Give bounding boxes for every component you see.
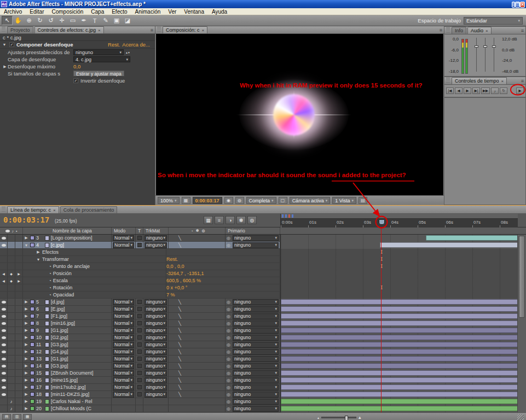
blur-max-value[interactable]: 0,0 (73, 63, 80, 69)
timeline-layer-row[interactable]: ♪▶19[Carlos Nakai - Rel◎ninguno▾ (0, 398, 526, 405)
timeline-property-row[interactable]: ▶EfectosI (0, 249, 526, 256)
layer-color-swatch[interactable] (30, 342, 34, 347)
mode-dropdown[interactable]: Normal▾ (113, 313, 134, 319)
layer-duration-bar[interactable] (281, 363, 517, 369)
eye-icon[interactable] (2, 358, 6, 360)
pickwhip-icon[interactable]: ◎ (227, 342, 230, 347)
layer-name-cell[interactable]: ▶7[F1.jpg] (23, 313, 112, 319)
gutter-cell[interactable] (0, 242, 8, 248)
mode-dropdown[interactable]: Normal▾ (113, 377, 134, 383)
mode-dropdown[interactable]: Normal▾ (113, 320, 134, 326)
quality-icon[interactable]: ╲ (178, 349, 181, 354)
mode-dropdown[interactable]: Normal▾ (113, 356, 134, 362)
expander-icon[interactable]: ▶ (24, 321, 28, 325)
expander-icon[interactable]: ▶ (24, 364, 28, 368)
trkmat-dropdown[interactable]: ninguno▾ (144, 392, 167, 398)
current-time-indicator[interactable] (379, 219, 385, 225)
gutter-cell[interactable] (0, 391, 8, 398)
gutter-cell[interactable] (0, 398, 8, 405)
menu-ayuda[interactable]: Ayuda (208, 8, 231, 15)
graph-cell[interactable]: I (280, 256, 517, 263)
gutter-cell[interactable]: ▶ (15, 277, 23, 284)
ram-preview-button[interactable]: ▶ (516, 88, 524, 94)
layer-duration-bar[interactable] (426, 235, 517, 241)
trkmat-dropdown[interactable]: ninguno▾ (144, 313, 167, 319)
layer-name-cell[interactable]: ▶12[G4.jpg] (23, 348, 112, 355)
layer-name[interactable]: [c.jpg] (51, 242, 64, 248)
tab-info[interactable]: Info (452, 27, 466, 34)
eye-icon[interactable] (2, 308, 6, 311)
layer-name[interactable]: [G3.jpg] (51, 363, 68, 369)
layer-duration-bar[interactable] (281, 399, 517, 404)
layer-name[interactable]: [Logo composition] (51, 235, 93, 241)
trkmat-dropdown[interactable]: ninguno▾ (144, 306, 167, 312)
gutter-cell[interactable] (15, 242, 23, 248)
gutter-cell[interactable] (15, 398, 23, 405)
column-name[interactable]: Nombre de la capa (23, 228, 112, 234)
layer-name-cell[interactable]: ▶11[G3.jpg] (23, 341, 112, 348)
property-value[interactable]: 0,0 , 0,0 (166, 264, 184, 269)
gutter-cell[interactable] (0, 320, 8, 326)
timeline-property-row[interactable]: ▼TransformarRest.I (0, 256, 526, 263)
property-value[interactable]: -3264,7 , -1351,1 (166, 271, 204, 276)
layer-name[interactable]: [Carlos Nakai - Rel (51, 399, 93, 404)
grid-guides-icon[interactable]: ▦ (182, 197, 190, 204)
layer-name-cell[interactable]: ▶14[G3.jpg] (23, 363, 112, 369)
quality-icon[interactable]: ╲ (178, 357, 181, 361)
pickwhip-icon[interactable]: ◎ (227, 371, 230, 376)
graph-cell[interactable] (280, 299, 517, 306)
trkmat-dropdown[interactable]: ninguno▾ (144, 377, 167, 383)
add-keyframe-icon[interactable]: ◆ (10, 279, 13, 283)
timeline-zoom-control[interactable]: ▴ ▴ (317, 415, 361, 420)
layer-name[interactable]: [E.jpg] (51, 306, 65, 312)
property-label-cell[interactable]: ◔Escala (23, 277, 166, 284)
trkmat-dropdown[interactable]: ninguno▾ (144, 242, 167, 248)
stopwatch-icon[interactable]: ◔ (49, 285, 51, 290)
layer-duration-bar[interactable] (281, 356, 517, 361)
gutter-cell[interactable] (15, 341, 23, 348)
effect-reset-link[interactable]: Rest. (108, 42, 120, 48)
chevron-down-icon[interactable]: ▼ (2, 43, 7, 46)
layer-color-swatch[interactable] (30, 335, 34, 340)
scrollbar-thumb[interactable] (519, 236, 525, 318)
layer-color-swatch[interactable] (30, 349, 34, 354)
mode-dropdown[interactable]: Normal▾ (113, 392, 134, 398)
graph-cell[interactable] (280, 313, 517, 320)
gutter-cell[interactable] (8, 235, 15, 241)
layer-name-cell[interactable]: ▼4[c.jpg] (23, 242, 112, 248)
mode-dropdown[interactable]: Normal▾ (113, 299, 134, 305)
gutter-cell[interactable] (0, 370, 8, 376)
layer-name-cell[interactable]: ▶8[min16.jpg] (23, 320, 112, 326)
layer-name-cell[interactable]: ▶17[min17sub2.jpg] (23, 384, 112, 390)
parent-dropdown[interactable]: ninguno▾ (233, 377, 279, 383)
quality-icon[interactable]: ╲ (178, 321, 181, 326)
gutter-cell[interactable] (15, 405, 23, 412)
gutter-cell[interactable] (15, 355, 23, 362)
timeline-property-row[interactable]: ◀◆▶◔Posición-3264,7 , -1351,1 (0, 270, 526, 277)
preserve-transparency-checkbox[interactable] (137, 236, 142, 240)
layer-color-swatch[interactable] (30, 399, 34, 404)
stopwatch-icon[interactable]: ◔ (49, 278, 51, 283)
layer-duration-bar[interactable] (281, 313, 517, 319)
tab-proyecto[interactable]: Proyecto (7, 26, 33, 33)
layer-duration-bar[interactable] (380, 242, 517, 248)
panel-menu-icon[interactable]: ≡ (521, 28, 524, 33)
close-icon[interactable]: × (98, 28, 101, 33)
preserve-transparency-checkbox[interactable] (137, 364, 142, 368)
property-value[interactable]: Rest. (166, 256, 178, 262)
eye-icon[interactable] (2, 322, 6, 325)
view-layout-dropdown[interactable]: 1 Vista▾ (332, 197, 356, 204)
expander-icon[interactable]: ▶ (24, 236, 28, 240)
tab-timeline[interactable]: Línea de tiempo: c × (7, 206, 59, 213)
layer-name[interactable]: [min11-DKZS.jpg] (51, 392, 89, 397)
layer-duration-bar[interactable] (281, 377, 517, 383)
layer-duration-bar[interactable] (281, 320, 517, 326)
keyframe-marker[interactable]: I (380, 285, 383, 291)
gutter-cell[interactable] (15, 284, 23, 291)
eye-icon[interactable] (2, 379, 6, 382)
mode-dropdown[interactable]: Normal▾ (113, 349, 134, 355)
timeline-layer-row[interactable]: ♪▶20[Chillout Moods (C◎ninguno▾ (0, 405, 526, 412)
keyframe-marker[interactable]: I (380, 264, 383, 270)
expander-icon[interactable]: ▶ (24, 392, 28, 396)
graph-cell[interactable] (280, 327, 517, 334)
